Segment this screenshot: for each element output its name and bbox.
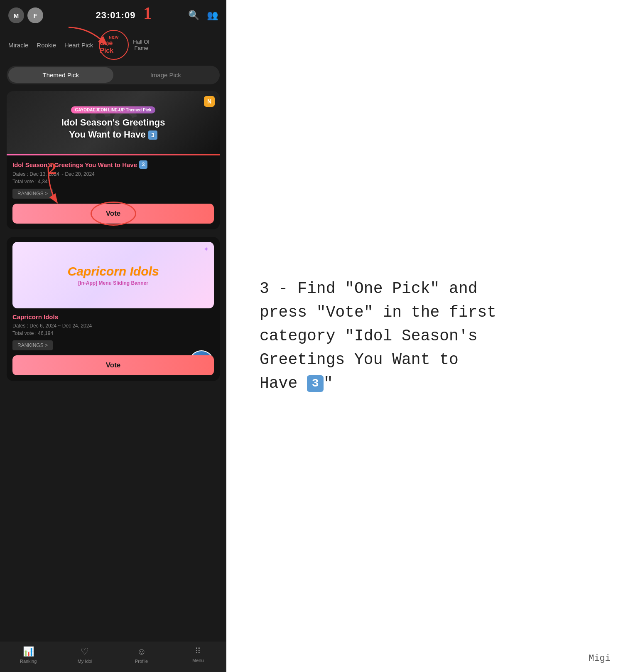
card-2-vote-button[interactable]: Vote: [12, 355, 214, 375]
nav-tab-hall-of-fame[interactable]: Hall OfFame: [129, 35, 154, 54]
card-1-title-main: Idol Season's GreetingsYou Want to Have …: [61, 117, 165, 140]
menu-icon: ⠿: [195, 646, 201, 656]
card-1-dates: Dates : Dec 13, 2024 ~ Dec 20, 2024: [12, 171, 214, 177]
card-1-bottom-bar: [7, 154, 220, 155]
my-idol-label: My Idol: [78, 659, 92, 664]
capricorn-banner: ✦ Capricorn Idols [In-App] Menu Sliding …: [12, 242, 214, 308]
card-2-rankings-button[interactable]: RANKINGS >: [12, 340, 53, 350]
card-2-vote-label: Vote: [106, 361, 121, 369]
card-1-title-text: Idol Season's Greetings You Want to Have…: [12, 160, 214, 169]
app-header: M F 23:01:09 🔍 👥 1: [0, 0, 226, 27]
one-pick-new-label: NEW: [109, 35, 119, 39]
bottom-nav: 📊 Ranking ♡ My Idol ☺ Profile ⠿ Menu: [0, 642, 226, 672]
capricorn-subtitle: [In-App] Menu Sliding Banner: [78, 280, 148, 286]
vote-card-2: ✦ Capricorn Idols [In-App] Menu Sliding …: [7, 237, 220, 381]
vote-button-label: Vote: [106, 209, 121, 218]
profile-nav-icon: ☺: [137, 646, 146, 657]
card-1-rankings-button[interactable]: RANKINGS >: [12, 189, 53, 199]
sub-tab-themed-pick[interactable]: Themed Pick: [8, 67, 113, 83]
gayodaejeon-badge: GAYODAEJEON LINE-UP Themed Pick: [71, 106, 156, 113]
card-1-banner-content: GAYODAEJEON LINE-UP Themed Pick Idol Sea…: [55, 101, 172, 145]
nav-item-ranking[interactable]: 📊 Ranking: [0, 646, 56, 664]
migi-label: Migi: [589, 653, 611, 664]
nav-tab-heart-pick[interactable]: Heart Pick: [60, 38, 97, 52]
card-1-vote-button[interactable]: Vote: [12, 204, 214, 224]
one-pick-label: One Pick: [100, 39, 128, 54]
card-2-dates: Dates : Dec 6, 2024 ~ Dec 24, 2024: [12, 323, 214, 329]
sub-tabs: Themed Pick Image Pick: [7, 66, 220, 84]
n-badge: N: [204, 96, 215, 107]
profile-icon[interactable]: 👥: [207, 10, 218, 21]
nav-item-my-idol[interactable]: ♡ My Idol: [56, 646, 113, 664]
header-right: 🔍 👥: [188, 10, 218, 21]
ranking-icon: 📊: [23, 646, 34, 657]
nav-item-menu[interactable]: ⠿ Menu: [170, 646, 226, 664]
nav-tab-miracle[interactable]: Miracle: [4, 38, 32, 52]
instruction-number-badge: 3: [307, 375, 324, 392]
vote-annotation-area: 2 Vote: [7, 204, 220, 224]
capricorn-deco: ✦: [204, 245, 209, 253]
card-1-number-badge: 3: [139, 160, 147, 169]
sub-tab-image-pick[interactable]: Image Pick: [113, 67, 218, 83]
content-area: SG GAYODAEJEON LINE-UP Themed Pick Idol …: [0, 91, 226, 642]
card-1-info: Idol Season's Greetings You Want to Have…: [7, 155, 220, 204]
avatar-f[interactable]: F: [27, 7, 43, 23]
instruction-panel: 3 - Find "One Pick" and press "Vote" in …: [226, 0, 623, 672]
annotation-number-1: 1: [143, 3, 152, 23]
header-avatars: M F: [8, 7, 43, 23]
nav-tabs: Miracle Rookie Heart Pick NEW One Pick H…: [0, 27, 226, 60]
menu-label: Menu: [192, 658, 204, 663]
vote-card-1: SG GAYODAEJEON LINE-UP Themed Pick Idol …: [7, 91, 220, 229]
card-1-votes: Total vote : 4,341: [12, 179, 214, 185]
profile-label: Profile: [135, 659, 148, 664]
instruction-text: 3 - Find "One Pick" and press "Vote" in …: [260, 277, 496, 395]
card-2-votes: Total vote : 46,194: [12, 330, 214, 336]
card-1-banner: SG GAYODAEJEON LINE-UP Themed Pick Idol …: [7, 91, 220, 155]
phone-panel: M F 23:01:09 🔍 👥 1 Miracle Roo: [0, 0, 226, 672]
my-idol-icon: ♡: [81, 646, 89, 657]
header-center: 23:01:09: [96, 10, 135, 21]
avatar-m[interactable]: M: [8, 7, 24, 23]
timer-display: 23:01:09: [96, 10, 135, 21]
capricorn-title: Capricorn Idols: [67, 264, 159, 278]
nav-tab-one-pick[interactable]: NEW One Pick: [99, 30, 129, 60]
search-icon[interactable]: 🔍: [188, 10, 199, 21]
annotation-number-2: 2: [48, 159, 56, 178]
ranking-label: Ranking: [20, 659, 37, 664]
card-2-title-text: Capricorn Idols: [12, 313, 214, 320]
nav-tab-rookie[interactable]: Rookie: [32, 38, 60, 52]
nav-item-profile[interactable]: ☺ Profile: [113, 646, 170, 664]
card-2-info: Capricorn Idols Dates : Dec 6, 2024 ~ De…: [7, 308, 220, 355]
